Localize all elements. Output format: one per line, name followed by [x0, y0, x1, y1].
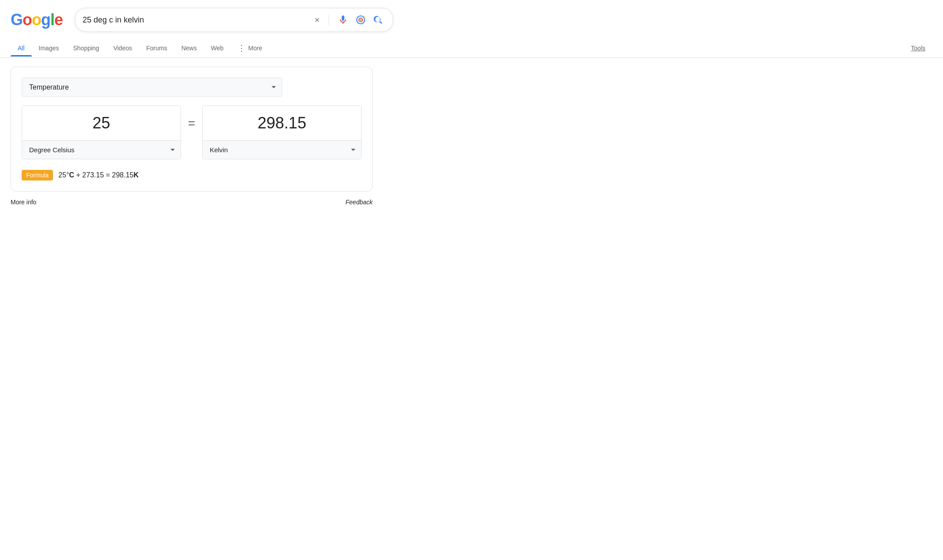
search-bar: 25 deg c in kelvin ×: [75, 8, 393, 32]
logo-e: e: [54, 11, 63, 29]
more-info-link[interactable]: More info: [11, 199, 36, 206]
formula-bold-k: K: [133, 171, 139, 179]
formula-row: Formula 25°C + 273.15 = 298.15K: [22, 170, 362, 180]
tab-more[interactable]: ⋮ More: [230, 39, 269, 57]
more-dots-icon: ⋮: [238, 43, 246, 53]
unit-type-select[interactable]: Temperature Length Mass Speed Area Volum…: [22, 78, 282, 97]
logo-o1: o: [23, 11, 32, 29]
search-bar-wrapper: 25 deg c in kelvin ×: [75, 8, 393, 32]
from-value-input[interactable]: 25: [22, 106, 181, 140]
search-button[interactable]: [371, 13, 385, 27]
header: Google 25 deg c in kelvin ×: [0, 0, 943, 32]
tab-web[interactable]: Web: [204, 40, 231, 56]
card-footer: More info Feedback: [11, 199, 373, 206]
google-logo[interactable]: Google: [11, 11, 63, 29]
equals-sign: =: [186, 117, 197, 131]
svg-point-2: [360, 19, 362, 21]
logo-g: G: [11, 11, 23, 29]
voice-search-button[interactable]: [336, 13, 350, 27]
feedback-link[interactable]: Feedback: [346, 199, 373, 206]
tab-news[interactable]: News: [174, 40, 204, 56]
formula-badge: Formula: [22, 170, 53, 180]
tabs-nav: All Images Shopping Videos Forums News W…: [0, 35, 943, 58]
logo-o2: o: [32, 11, 41, 29]
from-unit-select[interactable]: Degree Celsius Fahrenheit Kelvin: [22, 142, 181, 158]
tab-all[interactable]: All: [11, 40, 32, 56]
tab-tools[interactable]: Tools: [904, 40, 932, 56]
tab-videos[interactable]: Videos: [106, 40, 140, 56]
logo-g2: g: [41, 11, 50, 29]
unit-type-select-wrapper: Temperature Length Mass Speed Area Volum…: [22, 78, 362, 97]
clear-icon: ×: [314, 15, 320, 25]
to-field: 298.15 Kelvin Degree Celsius Fahrenheit: [202, 105, 362, 159]
search-icon: [373, 15, 384, 25]
search-input[interactable]: 25 deg c in kelvin: [83, 15, 309, 25]
from-unit-select-wrapper: Degree Celsius Fahrenheit Kelvin: [22, 140, 181, 159]
tab-forums[interactable]: Forums: [139, 40, 174, 56]
lens-icon: [355, 15, 366, 25]
converter-inputs-row: 25 Degree Celsius Fahrenheit Kelvin = 29…: [22, 105, 362, 159]
formula-bold-c: C: [69, 171, 75, 179]
to-value-input[interactable]: 298.15: [203, 106, 361, 140]
to-unit-select-wrapper: Kelvin Degree Celsius Fahrenheit: [203, 140, 361, 159]
mic-icon: [338, 15, 348, 25]
formula-text: 25°C + 273.15 = 298.15K: [58, 171, 139, 179]
tab-images[interactable]: Images: [32, 40, 66, 56]
tab-shopping[interactable]: Shopping: [66, 40, 106, 56]
main-content: Temperature Length Mass Speed Area Volum…: [0, 58, 397, 214]
clear-button[interactable]: ×: [313, 13, 321, 27]
converter-card: Temperature Length Mass Speed Area Volum…: [11, 67, 373, 192]
logo-l: l: [50, 11, 54, 29]
to-unit-select[interactable]: Kelvin Degree Celsius Fahrenheit: [203, 142, 361, 158]
search-divider: [328, 15, 329, 25]
from-field: 25 Degree Celsius Fahrenheit Kelvin: [22, 105, 181, 159]
image-search-button[interactable]: [354, 13, 368, 27]
